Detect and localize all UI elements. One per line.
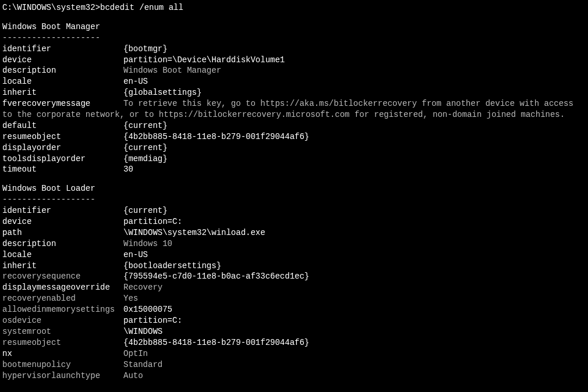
property-key: resumeobject — [2, 131, 123, 142]
property-key: nx — [2, 348, 123, 359]
property-value: {current} — [123, 120, 586, 131]
property-row: toolsdisplayorder{memdiag} — [2, 154, 586, 165]
property-value: Standard — [123, 359, 586, 370]
property-value: Recovery — [123, 282, 586, 293]
property-value: partition=\Device\HarddiskVolume1 — [123, 55, 586, 66]
property-row: identifier{current} — [2, 205, 586, 216]
property-key: displayorder — [2, 142, 123, 154]
property-key: recoverysequence — [2, 271, 123, 282]
property-value: {bootmgr} — [123, 44, 586, 55]
property-row: devicepartition=C: — [2, 216, 586, 227]
property-key: allowedinmemorysettings — [2, 304, 123, 315]
property-key: displaymessageoverride — [2, 282, 123, 293]
property-row: displayorder{current} — [2, 142, 586, 154]
property-row: hypervisorlaunchtypeAuto — [2, 370, 586, 382]
property-key: locale — [2, 76, 123, 87]
property-row: nxOptIn — [2, 348, 586, 359]
property-key: identifier — [2, 44, 123, 55]
property-key: path — [2, 227, 123, 238]
property-value: 0x15000075 — [123, 304, 586, 315]
terminal-output[interactable]: C:\WINDOWS\system32>bcdedit /enum allWin… — [2, 2, 586, 381]
property-row: descriptionWindows 10 — [2, 238, 586, 250]
property-value: {bootloadersettings} — [123, 261, 586, 272]
section-divider: ------------------- — [2, 194, 586, 205]
property-row: bootmenupolicyStandard — [2, 359, 586, 370]
property-row: recoveryenabledYes — [2, 293, 586, 304]
property-row: resumeobject{4b2bb885-8418-11e8-b279-001… — [2, 131, 586, 142]
property-key: bootmenupolicy — [2, 359, 123, 370]
property-key: device — [2, 55, 123, 66]
property-row: recoverysequence{795594e5-c7d0-11e8-b0ac… — [2, 271, 586, 282]
property-row: devicepartition=\Device\HarddiskVolume1 — [2, 55, 586, 66]
section-title: Windows Boot Manager — [2, 22, 586, 33]
property-row: allowedinmemorysettings0x15000075 — [2, 304, 586, 315]
property-key: resumeobject — [2, 337, 123, 348]
property-row: displaymessageoverrideRecovery — [2, 282, 586, 293]
section-title: Windows Boot Loader — [2, 183, 586, 194]
property-value: en-US — [123, 76, 586, 87]
property-key: inherit — [2, 87, 123, 98]
property-row: inherit{globalsettings} — [2, 87, 586, 98]
property-row: resumeobject{4b2bb885-8418-11e8-b279-001… — [2, 337, 586, 348]
property-row: localeen-US — [2, 250, 586, 261]
property-row: default{current} — [2, 120, 586, 131]
property-value: {memdiag} — [123, 154, 586, 165]
property-value: partition=C: — [123, 315, 586, 326]
property-value: {4b2bb885-8418-11e8-b279-001f29044af6} — [123, 131, 586, 142]
property-value: Windows Boot Manager — [123, 65, 586, 76]
property-value: {current} — [123, 142, 586, 154]
property-key: default — [2, 120, 123, 131]
property-value: partition=C: — [123, 216, 586, 227]
property-value: \WINDOWS\system32\winload.exe — [123, 227, 586, 238]
command-prompt-line: C:\WINDOWS\system32>bcdedit /enum all — [2, 2, 586, 13]
property-row: inherit{bootloadersettings} — [2, 261, 586, 272]
property-value: en-US — [123, 250, 586, 261]
property-value: {current} — [123, 205, 586, 216]
property-value: Auto — [123, 370, 586, 382]
property-key: identifier — [2, 205, 123, 216]
property-key: inherit — [2, 261, 123, 272]
property-row: osdevicepartition=C: — [2, 315, 586, 326]
property-value: 30 — [123, 164, 586, 175]
property-value: OptIn — [123, 348, 586, 359]
property-row: timeout30 — [2, 164, 586, 175]
property-value: {globalsettings} — [123, 87, 586, 98]
property-key: osdevice — [2, 315, 123, 326]
property-key: systemroot — [2, 326, 123, 337]
property-row: identifier{bootmgr} — [2, 44, 586, 55]
property-row: descriptionWindows Boot Manager — [2, 65, 586, 76]
property-key: toolsdisplayorder — [2, 154, 123, 165]
output-section: Windows Boot Loader-------------------id… — [2, 183, 586, 381]
property-key: timeout — [2, 164, 123, 175]
property-row: fverecoverymessageTo retrieve this key, … — [2, 98, 586, 120]
property-key: locale — [2, 250, 123, 261]
property-value: Yes — [123, 293, 586, 304]
output-section: Windows Boot Manager--------------------… — [2, 22, 586, 175]
property-key: recoveryenabled — [2, 293, 123, 304]
property-key: hypervisorlaunchtype — [2, 370, 123, 382]
property-row: path\WINDOWS\system32\winload.exe — [2, 227, 586, 238]
property-row: systemroot\WINDOWS — [2, 326, 586, 337]
property-key: description — [2, 65, 123, 76]
property-value: \WINDOWS — [123, 326, 586, 337]
section-divider: -------------------- — [2, 33, 586, 44]
property-value: {4b2bb885-8418-11e8-b279-001f29044af6} — [123, 337, 586, 348]
property-key: description — [2, 238, 123, 250]
property-value: Windows 10 — [123, 238, 586, 250]
property-row: localeen-US — [2, 76, 586, 87]
property-value: {795594e5-c7d0-11e8-b0ac-af33c6ecd1ec} — [123, 271, 586, 282]
property-key: fverecoverymessage — [2, 98, 123, 109]
property-key: device — [2, 216, 123, 227]
